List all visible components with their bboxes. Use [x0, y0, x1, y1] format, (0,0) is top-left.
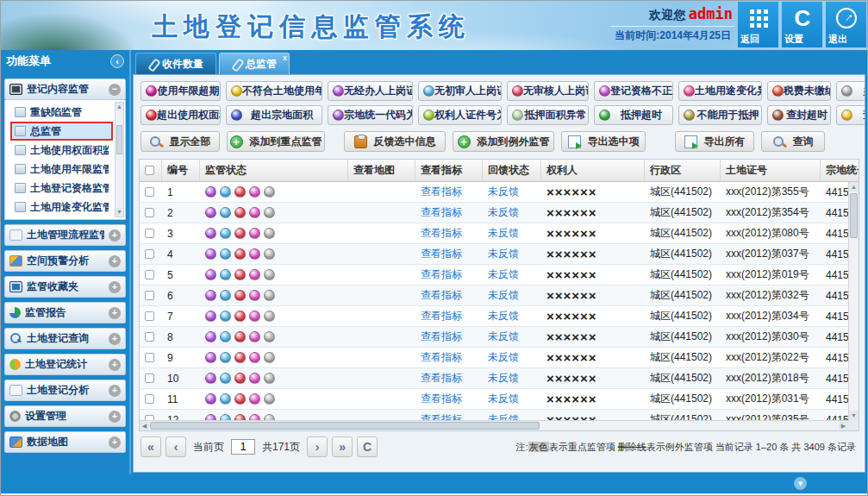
view-indicator-text[interactable]: 查看指标 — [421, 247, 462, 261]
view-indicator-link[interactable]: 查看指标 — [415, 203, 483, 223]
view-indicator-link[interactable]: 查看指标 — [415, 410, 483, 420]
toolbar-button[interactable]: 添加到重点监管 — [227, 131, 325, 152]
sidebar-submenu-item[interactable]: 土地使用年限监管 — [10, 160, 113, 179]
row-checkbox[interactable] — [145, 374, 154, 383]
toolbar-button[interactable]: 导出所有 — [675, 131, 754, 152]
view-indicator-text[interactable]: 查看指标 — [421, 330, 462, 344]
table-horizontal-scrollbar[interactable]: ◀ ▶ — [140, 420, 848, 430]
first-page-button[interactable] — [141, 436, 161, 457]
sidebar-submenu-item[interactable]: 土地登记资格监管 — [10, 179, 113, 198]
header-nav-button[interactable]: 返回 — [737, 1, 779, 48]
header-nav-button[interactable]: 退出 — [825, 1, 867, 48]
scroll-down-icon[interactable]: ▼ — [116, 208, 123, 217]
filter-button[interactable]: 查封超期 — [836, 105, 865, 125]
filter-button[interactable]: 无经办人上岗证号 — [328, 81, 413, 101]
sidebar-group[interactable]: 设置管理 + — [4, 405, 126, 427]
toolbar-button[interactable]: 反馈选中信息 — [344, 131, 446, 152]
collapse-minus-icon[interactable]: − — [109, 84, 121, 96]
scroll-up-icon[interactable]: ▲ — [849, 182, 859, 191]
view-indicator-link[interactable]: 查看指标 — [415, 368, 483, 388]
filter-button[interactable]: 查封超时 — [767, 105, 831, 125]
view-indicator-link[interactable]: 查看指标 — [415, 244, 483, 264]
filter-button[interactable]: 超出宗地面积 — [226, 105, 322, 125]
view-indicator-link[interactable]: 查看指标 — [415, 327, 483, 347]
filter-button[interactable]: 不符合土地使用年限 — [226, 81, 322, 101]
expand-plus-icon[interactable]: + — [109, 333, 121, 345]
view-indicator-text[interactable]: 查看指标 — [421, 185, 462, 199]
row-checkbox[interactable] — [145, 311, 154, 321]
filter-button[interactable]: 无审核人上岗证号 — [507, 81, 589, 101]
filter-button[interactable]: 税费未缴纳 — [767, 81, 831, 101]
sidebar-submenu-item[interactable]: 土地使用权面积监管 — [10, 141, 113, 160]
refresh-button[interactable] — [357, 436, 378, 457]
row-checkbox[interactable] — [145, 353, 154, 362]
expand-plus-icon[interactable]: + — [109, 281, 121, 293]
view-indicator-link[interactable]: 查看指标 — [415, 306, 483, 326]
sidebar-group[interactable]: 监管报告 + — [4, 302, 126, 323]
row-checkbox[interactable] — [145, 291, 154, 300]
sidebar-group[interactable]: 土地管理流程监管 + — [4, 224, 126, 246]
view-indicator-text[interactable]: 查看指标 — [421, 288, 462, 303]
expand-plus-icon[interactable]: + — [109, 307, 121, 319]
view-indicator-text[interactable]: 查看指标 — [421, 309, 462, 323]
view-indicator-link[interactable]: 查看指标 — [415, 223, 483, 243]
sidebar-group[interactable]: 数据地图 + — [4, 431, 126, 453]
filter-button[interactable]: 登记资格不正常 — [594, 81, 673, 101]
row-checkbox[interactable] — [145, 332, 154, 342]
view-indicator-link[interactable]: 查看指标 — [415, 265, 483, 285]
row-checkbox[interactable] — [145, 187, 154, 197]
expand-plus-icon[interactable]: + — [109, 385, 121, 397]
prev-page-button[interactable] — [165, 436, 186, 457]
view-indicator-link[interactable]: 查看指标 — [415, 182, 483, 202]
expand-plus-icon[interactable]: + — [109, 411, 121, 423]
expand-plus-icon[interactable]: + — [109, 359, 121, 371]
view-indicator-text[interactable]: 查看指标 — [421, 371, 462, 386]
expand-plus-icon[interactable]: + — [109, 229, 121, 242]
scroll-right-icon[interactable]: ▶ — [839, 421, 848, 430]
next-page-button[interactable] — [307, 436, 328, 457]
sidebar-submenu-item[interactable]: 重缺陷监管 — [10, 103, 113, 122]
view-indicator-text[interactable]: 查看指标 — [421, 412, 462, 420]
row-checkbox[interactable] — [145, 229, 154, 238]
sidebar-group[interactable]: 空间预警分析 + — [4, 250, 126, 272]
sidebar-group-registration-content[interactable]: 登记内容监管 − — [4, 78, 126, 100]
filter-button[interactable]: 不能用于抵押 — [678, 105, 762, 125]
view-indicator-text[interactable]: 查看指标 — [421, 392, 462, 406]
view-indicator-text[interactable]: 查看指标 — [421, 350, 462, 365]
filter-button[interactable]: 权利人证件号为空 — [418, 105, 502, 125]
row-checkbox[interactable] — [145, 270, 154, 279]
view-indicator-text[interactable]: 查看指标 — [421, 267, 462, 282]
page-number-input[interactable] — [231, 439, 255, 455]
toolbar-button[interactable]: 导出选中项 — [561, 131, 646, 152]
view-indicator-text[interactable]: 查看指标 — [421, 205, 462, 220]
scroll-thumb[interactable] — [150, 422, 540, 430]
sidebar-collapse-icon[interactable]: ‹ — [110, 54, 124, 68]
row-checkbox[interactable] — [145, 394, 154, 404]
view-indicator-text[interactable]: 查看指标 — [421, 226, 462, 241]
sidebar-group[interactable]: 土地登记分析 + — [4, 380, 126, 401]
tab-close-icon[interactable]: x — [283, 54, 287, 62]
tab-receipt-count[interactable]: 收件数量 — [135, 53, 216, 74]
chevron-down-icon[interactable] — [794, 477, 807, 490]
toolbar-button[interactable]: 显示全部 — [141, 131, 220, 152]
sidebar-group[interactable]: 土地登记统计 + — [4, 354, 126, 375]
sidebar-submenu-item[interactable]: 总监管 — [10, 122, 113, 141]
toolbar-button[interactable]: 添加到例外监管 — [453, 131, 554, 152]
view-indicator-link[interactable]: 查看指标 — [415, 348, 483, 367]
filter-button[interactable]: 超出使用权面积 — [141, 105, 221, 125]
scroll-left-icon[interactable]: ◀ — [140, 421, 149, 430]
scroll-thumb[interactable] — [850, 193, 858, 238]
filter-button[interactable]: 土地用途变化异常 — [678, 81, 762, 101]
view-indicator-link[interactable]: 查看指标 — [415, 389, 483, 409]
filter-button[interactable]: 使用年限超期 — [141, 81, 221, 101]
scroll-up-icon[interactable]: ▲ — [116, 103, 123, 111]
row-checkbox[interactable] — [145, 208, 154, 217]
filter-button[interactable]: 抵押超时 — [594, 105, 673, 125]
sidebar-submenu-item[interactable]: 土地用途变化监管 — [10, 198, 113, 217]
toolbar-button[interactable]: 查询 — [761, 131, 825, 152]
filter-button[interactable]: 抵押面积异常 — [507, 105, 589, 125]
scroll-thumb[interactable] — [116, 125, 122, 154]
expand-plus-icon[interactable]: + — [109, 436, 121, 449]
row-checkbox[interactable] — [145, 249, 154, 259]
filter-button[interactable]: 办理超时 — [836, 81, 865, 101]
